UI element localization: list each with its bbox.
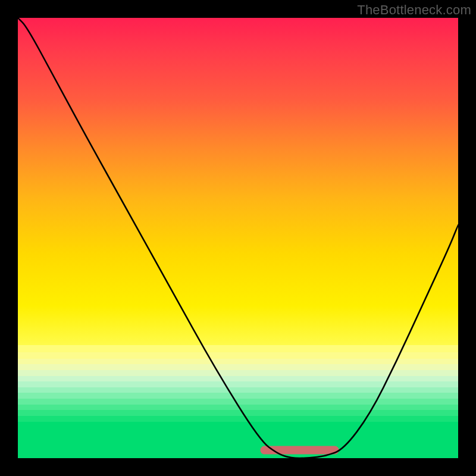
chart-frame: TheBottleneck.com [0, 0, 476, 476]
plot-area [18, 18, 458, 458]
bottleneck-curve [18, 18, 458, 458]
curve-layer [18, 18, 458, 458]
watermark-text: TheBottleneck.com [357, 2, 471, 18]
